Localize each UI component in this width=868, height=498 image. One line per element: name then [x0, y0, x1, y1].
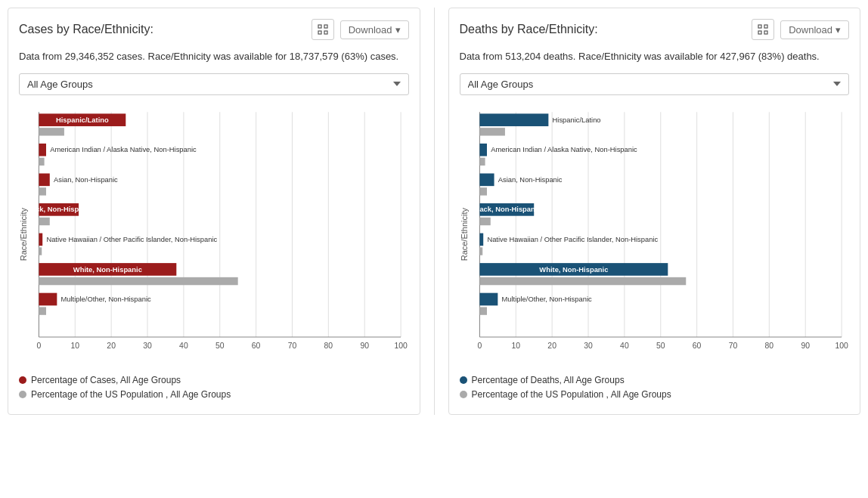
chevron-down-icon: ▾: [395, 24, 401, 36]
panel-header: Deaths by Race/Ethnicity: Download▾: [460, 19, 850, 40]
main-bar: [39, 292, 57, 305]
legend-dot: [460, 376, 467, 384]
pop-bar: [479, 277, 686, 284]
pop-bar: [39, 277, 237, 284]
svg-text:Native Hawaiian / Other Pacifi: Native Hawaiian / Other Pacific Islander…: [46, 236, 217, 243]
download-button[interactable]: Download▾: [780, 20, 849, 39]
svg-text:90: 90: [360, 341, 369, 349]
legend-label: Percentage of Cases, All Age Groups: [31, 375, 181, 385]
svg-text:Asian, Non-Hispanic: Asian, Non-Hispanic: [54, 175, 118, 183]
legend-item-0: Percentage of Deaths, All Age Groups: [460, 375, 850, 385]
panel-cases: Cases by Race/Ethnicity: Download▾Data f…: [8, 8, 420, 415]
grid-icon-button[interactable]: [752, 19, 774, 40]
svg-text:30: 30: [584, 341, 593, 349]
legend-item-1: Percentage of the US Population , All Ag…: [19, 389, 409, 400]
chart-legend: Percentage of Deaths, All Age GroupsPerc…: [460, 375, 850, 400]
pop-bar: [479, 128, 505, 135]
svg-rect-1: [324, 25, 327, 28]
y-axis-label: Race/Ethnicity: [460, 208, 469, 261]
svg-text:100: 100: [835, 341, 848, 349]
legend-label: Percentage of the US Population , All Ag…: [31, 389, 231, 400]
svg-text:70: 70: [728, 341, 737, 349]
svg-rect-36: [764, 25, 767, 28]
svg-text:80: 80: [764, 341, 773, 349]
legend-dot: [19, 376, 26, 384]
page-wrapper: Cases by Race/Ethnicity: Download▾Data f…: [0, 0, 868, 422]
main-bar: [39, 233, 42, 246]
panel-header: Cases by Race/Ethnicity: Download▾: [19, 19, 409, 40]
chart-svg: Hispanic/LatinoAmerican Indian / Alaska …: [472, 106, 850, 362]
svg-rect-2: [318, 31, 321, 34]
chevron-down-icon: ▾: [835, 24, 841, 36]
svg-text:90: 90: [801, 341, 810, 349]
svg-text:Asian, Non-Hispanic: Asian, Non-Hispanic: [498, 175, 562, 183]
pop-bar: [39, 217, 49, 224]
svg-text:Native Hawaiian / Other Pacifi: Native Hawaiian / Other Pacific Islander…: [487, 236, 658, 243]
panel-title: Deaths by Race/Ethnicity:: [460, 23, 598, 36]
svg-text:20: 20: [547, 341, 556, 349]
main-bar: [479, 292, 498, 305]
svg-rect-38: [764, 31, 767, 34]
pop-bar: [39, 187, 46, 195]
header-controls: Download▾: [752, 19, 849, 40]
svg-text:10: 10: [511, 341, 520, 349]
chart-svg: Hispanic/LatinoAmerican Indian / Alaska …: [31, 106, 409, 362]
main-bar: [479, 233, 483, 246]
svg-text:10: 10: [70, 341, 79, 349]
svg-rect-3: [324, 31, 327, 34]
main-bar: [479, 143, 487, 156]
svg-text:60: 60: [252, 341, 261, 349]
svg-rect-0: [318, 25, 321, 28]
chart-area: Race/EthnicityHispanic/LatinoAmerican In…: [460, 106, 850, 364]
svg-text:0: 0: [37, 341, 42, 349]
header-controls: Download▾: [312, 19, 409, 40]
main-bar: [39, 143, 46, 156]
svg-text:White, Non-Hispanic: White, Non-Hispanic: [73, 265, 142, 273]
panel-description: Data from 513,204 deaths. Race/Ethnicity…: [460, 49, 850, 64]
pop-bar: [479, 247, 482, 255]
legend-item-1: Percentage of the US Population , All Ag…: [460, 389, 850, 400]
svg-text:American Indian / Alaska Nativ: American Indian / Alaska Native, Non-His…: [491, 146, 637, 153]
panel-title: Cases by Race/Ethnicity:: [19, 23, 153, 36]
svg-text:0: 0: [477, 341, 482, 349]
download-label: Download: [349, 24, 392, 36]
legend-label: Percentage of the US Population , All Ag…: [472, 389, 671, 400]
svg-text:White, Non-Hispanic: White, Non-Hispanic: [539, 265, 608, 273]
legend-item-0: Percentage of Cases, All Age Groups: [19, 375, 409, 385]
pop-bar: [39, 307, 46, 314]
y-axis-label: Race/Ethnicity: [19, 208, 28, 261]
svg-text:40: 40: [179, 341, 188, 349]
main-bar: [39, 173, 49, 186]
svg-text:80: 80: [324, 341, 333, 349]
svg-text:Black, Non-Hispanic: Black, Non-Hispanic: [473, 206, 541, 213]
svg-text:40: 40: [620, 341, 629, 349]
svg-text:20: 20: [107, 341, 116, 349]
svg-rect-35: [758, 25, 761, 28]
main-bar: [479, 113, 548, 126]
legend-label: Percentage of Deaths, All Age Groups: [472, 375, 625, 385]
pop-bar: [39, 128, 64, 135]
svg-text:60: 60: [692, 341, 701, 349]
pop-bar: [479, 217, 490, 224]
svg-text:50: 50: [656, 341, 665, 349]
panel-deaths: Deaths by Race/Ethnicity: Download▾Data …: [448, 8, 861, 415]
pop-bar: [479, 157, 485, 165]
svg-text:Multiple/Other, Non-Hispanic: Multiple/Other, Non-Hispanic: [501, 295, 591, 303]
pop-bar: [479, 307, 487, 314]
legend-dot: [460, 391, 467, 398]
svg-text:70: 70: [288, 341, 297, 349]
download-label: Download: [789, 24, 832, 36]
svg-text:Black, Non-Hispanic: Black, Non-Hispanic: [31, 206, 93, 213]
grid-icon-button[interactable]: [312, 19, 334, 40]
chart-area: Race/EthnicityHispanic/LatinoAmerican In…: [19, 106, 409, 364]
pop-bar: [39, 247, 42, 255]
svg-text:100: 100: [394, 341, 408, 349]
age-group-select[interactable]: All Age Groups: [19, 73, 409, 95]
svg-text:Hispanic/Latino: Hispanic/Latino: [552, 116, 600, 123]
download-button[interactable]: Download▾: [340, 20, 409, 39]
panel-divider: [434, 8, 435, 415]
chart-legend: Percentage of Cases, All Age GroupsPerce…: [19, 375, 409, 400]
age-group-select[interactable]: All Age Groups: [460, 73, 850, 95]
pop-bar: [479, 187, 487, 195]
pop-bar: [39, 157, 44, 165]
